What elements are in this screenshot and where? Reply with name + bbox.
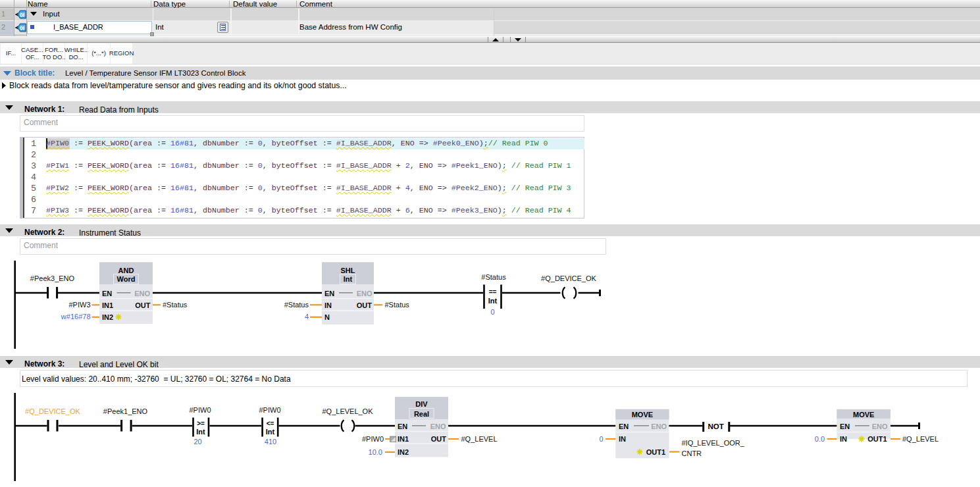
svg-text:Int: Int	[344, 275, 353, 283]
svg-text:IN: IN	[619, 435, 626, 443]
svg-text:IN1: IN1	[102, 301, 113, 309]
svg-text:410: 410	[265, 438, 276, 446]
svg-text:SHL: SHL	[341, 267, 355, 274]
svg-text:ENO: ENO	[357, 290, 373, 297]
svg-text:20: 20	[193, 438, 201, 446]
svg-text:#Peek3_ENO: #Peek3_ENO	[30, 274, 75, 282]
svg-text:OUT1: OUT1	[867, 435, 887, 443]
svg-text:MOVE: MOVE	[632, 411, 653, 419]
svg-text:0: 0	[490, 308, 494, 316]
svg-text:#Status: #Status	[385, 301, 410, 309]
svg-text:IN: IN	[840, 435, 847, 443]
svg-text:EN: EN	[619, 423, 629, 430]
svg-text:#Q_LEVEL_OK: #Q_LEVEL_OK	[322, 407, 373, 415]
svg-text:OUT1: OUT1	[646, 448, 665, 456]
svg-text:0: 0	[599, 435, 603, 443]
svg-text:EN: EN	[398, 423, 407, 430]
svg-text:<=: <=	[267, 420, 274, 427]
svg-text:w#16#78: w#16#78	[61, 313, 91, 320]
svg-text:#PIW3: #PIW3	[68, 301, 90, 309]
svg-text:#Status: #Status	[163, 301, 188, 309]
svg-text:ENO: ENO	[651, 423, 667, 430]
svg-text:OUT: OUT	[357, 301, 373, 309]
svg-text:IN2: IN2	[102, 313, 113, 321]
svg-text:Int: Int	[266, 428, 275, 436]
svg-text:#Q_DEVICE_OK: #Q_DEVICE_OK	[541, 274, 596, 282]
svg-text:#Q_LEVEL: #Q_LEVEL	[902, 435, 939, 443]
svg-text:#Status: #Status	[284, 301, 309, 309]
svg-text:IN2: IN2	[398, 448, 409, 456]
svg-text:IN1: IN1	[398, 435, 409, 443]
svg-text:#Status: #Status	[481, 273, 506, 281]
svg-text:CNTR: CNTR	[682, 449, 702, 457]
svg-text:4: 4	[305, 313, 309, 320]
svg-text:EN: EN	[840, 423, 850, 430]
svg-text:Real: Real	[414, 410, 429, 418]
svg-text:#IQ_LEVEL_OOR_: #IQ_LEVEL_OOR_	[682, 439, 745, 447]
svg-text:#Peek1_ENO: #Peek1_ENO	[103, 407, 148, 415]
svg-text:0I: 0I	[20, 12, 24, 18]
svg-text:ENO: ENO	[872, 423, 888, 430]
svg-text:AND: AND	[118, 267, 134, 274]
svg-text:OUT: OUT	[135, 301, 151, 309]
svg-text:OUT: OUT	[431, 435, 447, 443]
svg-text:DIV: DIV	[415, 400, 428, 408]
svg-text:Int: Int	[196, 428, 205, 436]
svg-text:ENO: ENO	[430, 423, 446, 430]
svg-text:==: ==	[489, 288, 497, 295]
svg-text:#Q_LEVEL: #Q_LEVEL	[461, 435, 498, 443]
svg-text:IN: IN	[324, 301, 332, 309]
svg-text:#PIW0: #PIW0	[259, 406, 280, 414]
svg-text:N: N	[324, 313, 330, 321]
svg-text:#Q_DEVICE_OK: #Q_DEVICE_OK	[25, 407, 80, 415]
svg-text:0.0: 0.0	[815, 435, 825, 443]
svg-text:MOVE: MOVE	[853, 411, 874, 419]
svg-text:0I: 0I	[20, 25, 24, 32]
svg-text:EN: EN	[102, 290, 112, 297]
svg-text:10.0: 10.0	[369, 448, 382, 456]
svg-text:EN: EN	[324, 290, 334, 297]
svg-text:#PIW0: #PIW0	[362, 435, 384, 443]
svg-text:Word: Word	[117, 275, 136, 283]
svg-text:NOT: NOT	[708, 423, 723, 430]
svg-text:>=: >=	[197, 420, 205, 427]
svg-text:ENO: ENO	[134, 290, 150, 297]
svg-text:Int: Int	[488, 297, 498, 305]
svg-text:#PIW0: #PIW0	[189, 406, 211, 414]
